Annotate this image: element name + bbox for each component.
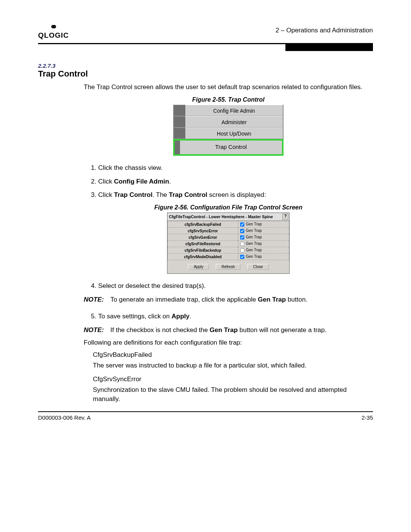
step-1: Click the chassis view. [98, 163, 373, 173]
gen-trap-label[interactable]: Gen Trap [246, 254, 262, 259]
tab-config-file-admin[interactable]: Config File Admin [185, 105, 283, 116]
step-3: Click Trap Control. The Trap Control scr… [98, 190, 373, 200]
gen-trap-checkbox[interactable] [240, 222, 244, 227]
figure55-image: Config File Admin Administer Host Up/Dow… [173, 105, 284, 156]
refresh-button[interactable]: Refresh [216, 264, 241, 270]
tab-handle [174, 116, 185, 128]
table-row: cfgSrvBackupFailedGen Trap [168, 221, 289, 228]
apply-button[interactable]: Apply [188, 264, 209, 270]
logo-text: QLOGIC [38, 32, 69, 39]
figure56-caption: Figure 2-56. Configuration File Trap Con… [84, 204, 373, 211]
footer-left: D000003-006 Rev. A [38, 414, 91, 421]
help-button[interactable]: ? [282, 214, 288, 220]
footer-right: 2-35 [362, 414, 373, 421]
logo-glyph-icon: ⚭ [38, 22, 69, 32]
logo: ⚭ QLOGIC [38, 22, 69, 39]
chapter-label: 2 – Operations and Administration [276, 27, 373, 34]
table-row: cfgSrvSyncErrorGen Trap [168, 228, 289, 234]
close-button[interactable]: Close [247, 264, 269, 270]
note-1: To generate an immediate trap, click the… [110, 295, 373, 304]
table-row: cfgSrvFileBackedupGen Trap [168, 247, 289, 254]
trap-name: cfgSrvModeDisabled [168, 254, 238, 260]
tab-handle [174, 128, 185, 139]
definitions-lead: Following are definitions for each confi… [84, 338, 373, 347]
section-title: Trap Control [38, 69, 373, 79]
gen-trap-label[interactable]: Gen Trap [246, 228, 262, 233]
step-2: Click Config File Admin. [98, 177, 373, 186]
tab-administer[interactable]: Administer [185, 116, 283, 128]
gen-trap-label[interactable]: Gen Trap [246, 235, 262, 239]
tab-trap-control-active[interactable]: Trap Control [180, 141, 282, 154]
dialog-title: CfgFileTrapControl - Lower Hemisphere - … [169, 214, 282, 219]
figure55-caption: Figure 2-55. Trap Control [84, 96, 373, 103]
tab-handle [175, 141, 180, 154]
note-2: If the checkbox is not checked the Gen T… [110, 326, 373, 335]
table-row: cfgSrvModeDisabledGen Trap [168, 254, 289, 260]
gen-trap-checkbox[interactable] [240, 229, 244, 233]
table-row: cfgSrvGenErrorGen Trap [168, 234, 289, 241]
gen-trap-label[interactable]: Gen Trap [246, 248, 262, 252]
tab-handle [174, 105, 185, 116]
trap-name: cfgSrvGenError [168, 234, 238, 241]
gen-trap-checkbox[interactable] [240, 248, 244, 252]
footer-rule [38, 411, 373, 412]
def-2-text: Synchronization to the slave CMU failed.… [93, 385, 373, 404]
trap-name: cfgSrvFileRestored [168, 241, 238, 247]
gen-trap-label[interactable]: Gen Trap [246, 222, 262, 226]
section-number: 2.2.7.3 [38, 62, 373, 69]
gen-trap-label[interactable]: Gen Trap [246, 241, 262, 246]
trap-name: cfgSrvBackupFailed [168, 221, 238, 228]
gen-trap-checkbox[interactable] [240, 235, 244, 240]
gen-trap-checkbox[interactable] [240, 255, 244, 259]
trap-control-dialog: CfgFileTrapControl - Lower Hemisphere - … [167, 212, 290, 274]
note-label: NOTE: [84, 326, 110, 335]
table-row: cfgSrvFileRestoredGen Trap [168, 241, 289, 247]
step-4: Select or deselect the desired trap(s). [98, 281, 373, 291]
def-1-name: CfgSrvBackupFailed [93, 351, 373, 359]
trap-table: cfgSrvBackupFailedGen TrapcfgSrvSyncErro… [167, 221, 289, 260]
thumb-tab [285, 44, 373, 51]
gen-trap-checkbox[interactable] [240, 242, 244, 246]
trap-name: cfgSrvSyncError [168, 228, 238, 234]
note-label: NOTE: [84, 295, 110, 304]
def-1-text: The server was instructed to backup a fi… [93, 361, 373, 370]
step-5: To save settings, click on Apply. [98, 312, 373, 321]
intro-para: The Trap Control screen allows the user … [84, 83, 373, 92]
tab-host-up-down[interactable]: Host Up/Down [185, 128, 283, 139]
def-2-name: CfgSrvSyncError [93, 375, 373, 383]
trap-name: cfgSrvFileBackedup [168, 247, 238, 254]
